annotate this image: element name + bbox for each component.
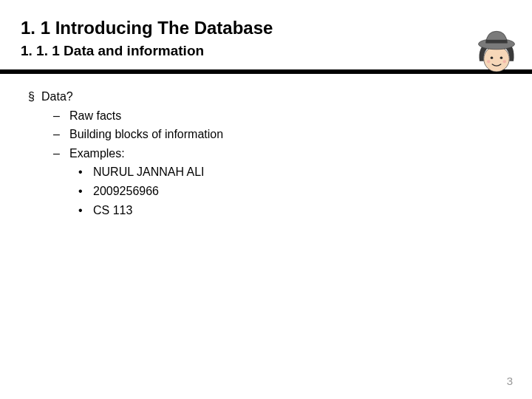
slide-content: § Data? – Raw facts – Building blocks of… (0, 74, 532, 219)
list-item: • CS 113 (28, 201, 511, 220)
svg-point-0 (484, 46, 510, 72)
list-item: • NURUL JANNAH ALI (28, 163, 511, 182)
slide-subtitle: 1. 1. 1 Data and information (21, 43, 511, 59)
list-item-text: Raw facts (69, 106, 121, 126)
avatar-icon (470, 28, 523, 81)
list-item-text: CS 113 (93, 201, 132, 220)
slide-header: 1. 1 Introducing The Database 1. 1. 1 Da… (0, 0, 532, 65)
list-item: – Examples: (28, 144, 511, 163)
bullet-dash-icon: – (53, 125, 69, 144)
list-item: § Data? (28, 87, 511, 106)
list-item-text: Examples: (69, 144, 125, 163)
svg-point-6 (503, 60, 506, 63)
bullet-dot-icon: • (78, 163, 93, 182)
bullet-dot-icon: • (78, 201, 93, 220)
bullet-dot-icon: • (78, 182, 93, 201)
list-item: – Raw facts (28, 106, 511, 126)
slide: 1. 1 Introducing The Database 1. 1. 1 Da… (0, 0, 532, 399)
list-item-text: Building blocks of information (69, 125, 223, 144)
slide-title: 1. 1 Introducing The Database (21, 18, 511, 38)
page-number: 3 (507, 375, 513, 387)
svg-point-5 (487, 60, 490, 63)
svg-rect-2 (486, 40, 508, 43)
bullet-square-icon: § (28, 87, 41, 106)
list-item: • 2009256966 (28, 182, 511, 201)
list-item-text: 2009256966 (93, 182, 159, 201)
list-item-text: Data? (41, 87, 73, 106)
svg-point-3 (491, 57, 494, 60)
bullet-dash-icon: – (53, 144, 69, 163)
bullet-dash-icon: – (53, 106, 69, 126)
list-item: – Building blocks of information (28, 125, 511, 144)
svg-point-4 (500, 57, 503, 60)
list-item-text: NURUL JANNAH ALI (93, 163, 205, 182)
